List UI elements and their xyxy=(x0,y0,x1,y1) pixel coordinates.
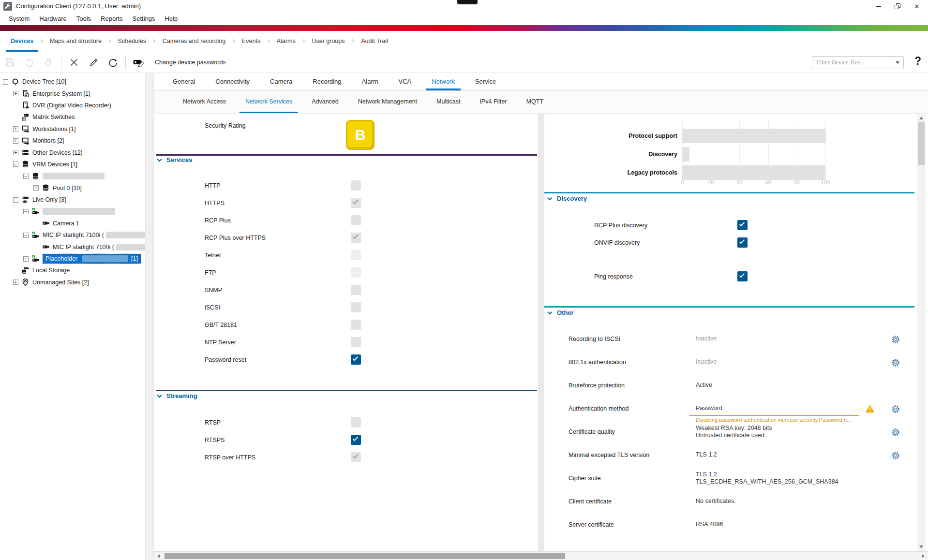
vertical-scrollbar-thumb[interactable] xyxy=(918,122,925,165)
collapse-toggle-icon[interactable]: − xyxy=(13,162,18,167)
tree-item-live-only-3[interactable]: −Live Only [3] xyxy=(0,194,145,206)
expand-toggle-icon[interactable]: + xyxy=(13,150,18,155)
expand-toggle-icon[interactable]: + xyxy=(13,126,18,132)
subtab-mqtt[interactable]: MQTT xyxy=(521,91,549,113)
collapse-toggle-icon[interactable]: − xyxy=(3,79,8,85)
subtab-network-access[interactable]: Network Access xyxy=(177,91,232,113)
expand-toggle-icon[interactable]: + xyxy=(23,256,29,262)
other-section-header[interactable]: Other xyxy=(544,309,574,316)
collapse-toggle-icon[interactable]: − xyxy=(23,174,29,179)
setting-label: Ping response xyxy=(594,268,633,285)
restore-button[interactable] xyxy=(889,0,906,13)
tab-alarm[interactable]: Alarm xyxy=(356,73,384,90)
setting-label: RTSPS xyxy=(205,431,225,449)
page-tab-schedules[interactable]: Schedules xyxy=(113,31,151,52)
tree-item-enterprise-system-1[interactable]: +Enterprise System [1] xyxy=(0,88,145,99)
tree-item-monitors-2[interactable]: +Monitors [2] xyxy=(0,135,145,147)
help-button[interactable]: ? xyxy=(914,55,921,68)
tree-item-vrm-devices-1[interactable]: −VRM Devices [1] xyxy=(0,159,145,170)
tab-general[interactable]: General xyxy=(167,73,201,90)
gear-icon[interactable] xyxy=(891,358,900,368)
tab-connectivity[interactable]: Connectivity xyxy=(210,73,255,90)
page-tab-audit-trail[interactable]: Audit Trail xyxy=(356,31,393,52)
dropdown-caret-icon[interactable] xyxy=(896,61,899,64)
tree-item-placeholder[interactable]: +Placeholder[1] xyxy=(0,253,145,265)
subtab-network-services[interactable]: Network Services xyxy=(239,91,298,113)
menu-help[interactable]: Help xyxy=(160,13,183,25)
streaming-rows: RTSPRTSPSRTSP over HTTPS xyxy=(154,414,538,466)
scroll-up-arrow-icon[interactable] xyxy=(919,117,923,119)
edit-button[interactable] xyxy=(84,54,103,71)
subtab-ipv4-filter[interactable]: IPv4 Filter xyxy=(474,91,512,113)
horizontal-scrollbar-thumb[interactable] xyxy=(165,553,565,559)
subtab-advanced[interactable]: Advanced xyxy=(306,91,344,113)
tree-item-matrix-switches[interactable]: Matrix Switches xyxy=(0,111,145,123)
save-button xyxy=(0,54,19,71)
page-tab-alarms[interactable]: Alarms xyxy=(272,31,300,52)
subtab-network-management[interactable]: Network Management xyxy=(352,91,423,113)
tree-item-mic-ip-starlight-7100i[interactable]: −MIC IP starlight 7100i ( xyxy=(0,229,145,241)
refresh-button[interactable] xyxy=(103,54,122,71)
tree-item-camera-1[interactable]: Camera 1 xyxy=(0,218,145,229)
page-tab-user-groups[interactable]: User groups xyxy=(307,31,349,52)
tree-item-device-tree-10[interactable]: −Device Tree [10] xyxy=(0,76,145,88)
page-tab-devices[interactable]: Devices xyxy=(6,31,38,52)
close-button[interactable]: ✕ xyxy=(909,0,925,13)
rtsps-checkbox[interactable] xyxy=(351,435,361,445)
page-tab-cameras-and-recording[interactable]: Cameras and recording xyxy=(158,31,231,52)
tree-item-redacted[interactable]: − xyxy=(0,170,145,182)
gear-icon[interactable] xyxy=(891,335,900,344)
streaming-section-header[interactable]: Streaming xyxy=(154,392,197,399)
change-password-key-icon[interactable] xyxy=(129,54,150,71)
menu-system[interactable]: System xyxy=(4,13,34,25)
menu-settings[interactable]: Settings xyxy=(128,13,160,25)
scroll-down-arrow-icon[interactable] xyxy=(919,545,923,548)
panel-splitter[interactable] xyxy=(145,73,154,560)
scroll-left-arrow-icon[interactable] xyxy=(157,554,160,558)
menu-reports[interactable]: Reports xyxy=(96,13,128,25)
minimize-button[interactable] xyxy=(870,0,886,13)
tree-item-local-storage[interactable]: Local Storage xyxy=(0,265,145,276)
change-device-passwords-label[interactable]: Change device passwords xyxy=(155,59,226,66)
collapse-toggle-icon[interactable]: − xyxy=(23,209,29,214)
menu-hardware[interactable]: Hardware xyxy=(34,13,71,25)
menu-tools[interactable]: Tools xyxy=(72,13,96,25)
ping-response-checkbox[interactable] xyxy=(737,271,748,281)
tab-camera[interactable]: Camera xyxy=(264,73,298,90)
tree-item-pool-0-10[interactable]: +Pool 0 [10] xyxy=(0,182,145,194)
tree-item-other-devices-12[interactable]: +Other Devices [12] xyxy=(0,147,145,158)
scroll-right-arrow-icon[interactable] xyxy=(922,554,925,558)
tab-vca[interactable]: VCA xyxy=(393,73,418,90)
collapse-toggle-icon[interactable]: − xyxy=(23,233,29,238)
tree-item-mic-ip-starlight-7100i[interactable]: MIC IP starlight 7100i ( xyxy=(0,241,145,252)
collapse-toggle-icon[interactable]: − xyxy=(13,197,18,203)
tree-item-unmanaged-sites-2[interactable]: +Unmanaged Sites [2] xyxy=(0,277,145,288)
gear-icon[interactable] xyxy=(891,451,900,460)
delete-device-button[interactable] xyxy=(64,54,84,71)
tab-recording[interactable]: Recording xyxy=(307,73,347,90)
expand-toggle-icon[interactable]: + xyxy=(13,91,18,96)
expand-toggle-icon[interactable]: + xyxy=(33,185,39,191)
subtab-multicast[interactable]: Multicast xyxy=(431,91,466,113)
gear-icon[interactable] xyxy=(891,404,900,414)
vertical-scrollbar[interactable] xyxy=(917,114,926,551)
tree-item-dvr-digital-video-recorder[interactable]: DVR (Digital Video Recorder) xyxy=(0,100,145,111)
onvif-discovery-checkbox[interactable] xyxy=(737,237,748,248)
page-tab-maps-and-structure[interactable]: Maps and structure xyxy=(45,31,106,52)
password-reset-checkbox[interactable] xyxy=(351,354,361,365)
page-tab-events[interactable]: Events xyxy=(237,31,265,52)
tree-item-redacted[interactable]: − xyxy=(0,206,145,217)
checkmark-icon xyxy=(353,234,358,239)
redacted-name xyxy=(116,244,145,251)
filter-device-tree-input[interactable] xyxy=(812,59,896,66)
expand-toggle-icon[interactable]: + xyxy=(13,138,18,144)
expand-toggle-icon[interactable]: + xyxy=(13,280,18,285)
horizontal-scrollbar[interactable] xyxy=(154,551,928,560)
tree-item-workstations-1[interactable]: +Workstations [1] xyxy=(0,123,145,135)
rcp-plus-discovery-checkbox[interactable] xyxy=(737,220,748,230)
tab-service[interactable]: Service xyxy=(469,73,502,90)
services-section-header[interactable]: Services xyxy=(154,156,193,163)
tab-network[interactable]: Network xyxy=(426,73,461,90)
discovery-section-header[interactable]: Discovery xyxy=(544,195,587,202)
gear-icon[interactable] xyxy=(891,427,900,437)
